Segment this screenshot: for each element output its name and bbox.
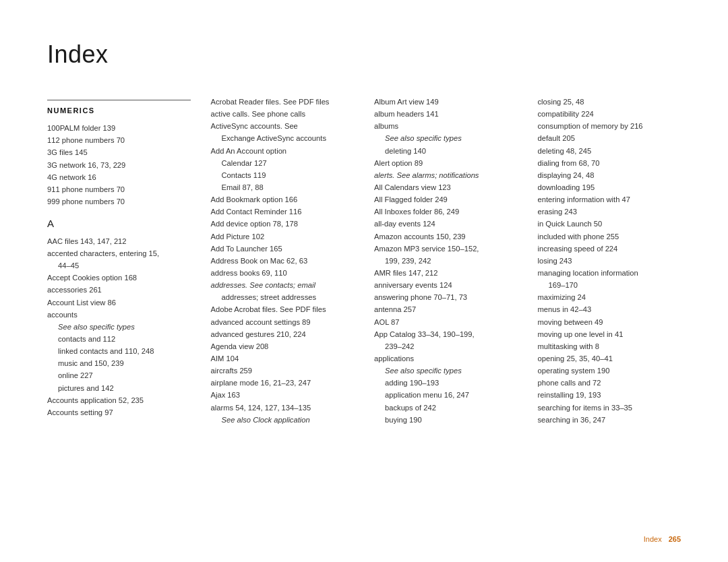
list-item: accented characters, entering 15, [47,247,191,259]
list-item: Calendar 127 [211,157,355,169]
list-item: See also specific types [374,132,518,144]
list-item: contacts and 112 [47,333,191,345]
list-item: AIM 104 [211,352,355,365]
list-item: opening 25, 35, 40–41 [538,352,681,365]
list-item: alarms 54, 124, 127, 134–135 [211,402,355,414]
list-item: NUMERICS [47,100,191,117]
list-item: pictures and 142 [47,382,191,394]
list-item: Accounts application 52, 235 [47,394,191,406]
list-item: compatibility 224 [538,108,681,120]
list-item: erasing 243 [538,206,681,218]
list-item: deleting 48, 245 [538,145,681,157]
list-item: moving between 49 [538,316,681,328]
list-item: Exchange ActiveSync accounts [211,132,355,144]
list-item: Add Bookmark option 166 [211,193,355,206]
list-item: consumption of memory by 216 [538,120,681,132]
list-item: Add An Account option [211,145,355,157]
list-item: Ajax 163 [211,389,355,401]
list-item: alerts. See alarms; notifications [374,169,518,181]
list-item: Amazon accounts 150, 239 [374,230,518,243]
list-item: Add device option 78, 178 [211,218,355,230]
column-1: NUMERICS100PALM folder 139112 phone numb… [47,96,191,426]
list-item: active calls. See phone calls [211,108,355,120]
list-item: Alert option 89 [374,157,518,169]
list-item: accounts [47,309,191,321]
list-item: dialing from 68, 70 [538,157,681,169]
list-item: 169–170 [538,279,681,291]
list-item: aircrafts 259 [211,365,355,377]
list-item: advanced account settings 89 [211,316,355,328]
footer: Index 265 [644,535,681,543]
column-2: Acrobat Reader files. See PDF filesactiv… [211,96,355,426]
list-item: Add To Launcher 165 [211,243,355,255]
list-item: 999 phone numbers 70 [47,195,191,208]
list-item: App Catalog 33–34, 190–199, [374,328,518,340]
list-item: ActiveSync accounts. See [211,120,355,132]
list-item: Add Contact Reminder 116 [211,206,355,218]
list-item: menus in 42–43 [538,303,681,315]
list-item: All Flagged folder 249 [374,193,518,206]
list-item: Accept Cookies option 168 [47,272,191,284]
list-item: AOL 87 [374,316,518,328]
footer-label: Index [644,535,662,543]
list-item: Address Book on Mac 62, 63 [211,255,355,267]
list-item: answering phone 70–71, 73 [374,291,518,303]
list-item: addresses; street addresses [211,291,355,303]
list-item: in Quick Launch 50 [538,218,681,230]
column-3: Album Art view 149album headers 141album… [374,96,518,426]
list-item: online 227 [47,369,191,381]
list-item: 199, 239, 242 [374,255,518,267]
list-item: displaying 24, 48 [538,169,681,181]
list-item: accessories 261 [47,284,191,296]
list-item: included with phone 255 [538,230,681,243]
list-item: application menu 16, 247 [374,389,518,401]
list-item: reinstalling 19, 193 [538,389,681,401]
index-content: NUMERICS100PALM folder 139112 phone numb… [47,96,681,426]
list-item: default 205 [538,132,681,144]
list-item: See also specific types [374,365,518,377]
list-item: Album Art view 149 [374,96,518,108]
list-item: Contacts 119 [211,169,355,181]
column-4: closing 25, 48compatibility 224consumpti… [538,96,681,426]
list-item: downloading 195 [538,181,681,193]
list-item: multitasking with 8 [538,340,681,352]
list-item: adding 190–193 [374,377,518,389]
footer-page-number: 265 [669,535,681,543]
list-item: phone calls and 72 [538,377,681,389]
list-item: See also Clock application [211,414,355,426]
list-item: anniversary events 124 [374,279,518,291]
list-item: Add Picture 102 [211,230,355,243]
list-item: applications [374,352,518,365]
list-item: Agenda view 208 [211,340,355,352]
list-item: Account List view 86 [47,296,191,309]
list-item: searching for items in 33–35 [538,402,681,414]
list-item: entering information with 47 [538,193,681,206]
list-item: 4G network 16 [47,171,191,183]
list-item: losing 243 [538,255,681,267]
list-item: increasing speed of 224 [538,243,681,255]
list-item: 100PALM folder 139 [47,122,191,134]
list-item: deleting 140 [374,145,518,157]
list-item: backups of 242 [374,402,518,414]
list-item: managing location information [538,267,681,279]
list-item: 239–242 [374,340,518,352]
list-item: 911 phone numbers 70 [47,183,191,195]
list-item: Adobe Acrobat files. See PDF files [211,303,355,315]
list-item: address books 69, 110 [211,267,355,279]
page-title: Index [47,40,681,69]
list-item: All Calendars view 123 [374,181,518,193]
list-item: 112 phone numbers 70 [47,134,191,146]
list-item: All Inboxes folder 86, 249 [374,206,518,218]
list-item: maximizing 24 [538,291,681,303]
page-container: Index NUMERICS100PALM folder 139112 phon… [0,0,728,562]
list-item: closing 25, 48 [538,96,681,108]
list-item: albums [374,120,518,132]
list-item: music and 150, 239 [47,357,191,369]
list-item: AAC files 143, 147, 212 [47,235,191,247]
list-item: 44–45 [47,259,191,272]
list-item: linked contacts and 110, 248 [47,345,191,357]
list-item: 3G network 16, 73, 229 [47,159,191,171]
list-item: album headers 141 [374,108,518,120]
list-item: AMR files 147, 212 [374,267,518,279]
list-item: advanced gestures 210, 224 [211,328,355,340]
